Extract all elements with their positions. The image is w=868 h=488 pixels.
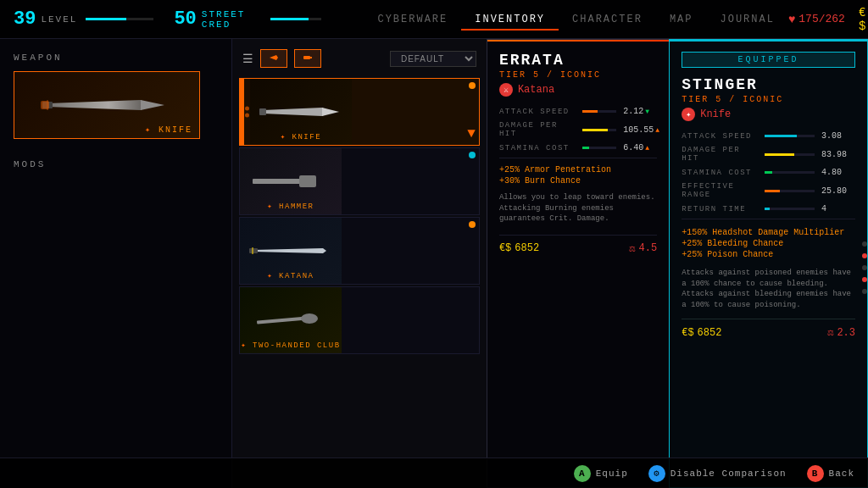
errata-type-tag: ⚔ Katana — [499, 83, 657, 97]
weight-icon: ⚖ — [629, 242, 635, 255]
club-thumb: TWO-HANDED CLUB — [240, 287, 342, 353]
dot1 — [245, 107, 249, 111]
s-range-fill — [765, 190, 780, 192]
tab-journal[interactable]: JOURNAL — [706, 10, 787, 29]
weight-value: 4.5 — [639, 242, 658, 254]
s-range-label: EFFECTIVE RANGE — [682, 182, 758, 199]
s-cost-value: 6852 — [698, 327, 722, 339]
cost-value: 6852 — [515, 242, 539, 254]
damage-fill — [582, 129, 608, 131]
level-number: 39 — [14, 8, 36, 30]
main-content: WEAPON KN — [0, 39, 868, 488]
errata-weight: ⚖ 4.5 — [629, 242, 657, 255]
disable-comparison-action[interactable]: ⚙ Disable Comparison — [648, 465, 787, 482]
stinger-type: ✦ Knife — [682, 108, 855, 121]
currency-symbol: €$ — [499, 242, 511, 254]
stinger-tier: TIER 5 / ICONIC — [682, 95, 855, 104]
center-panel: ☰ DEFAULT — [232, 39, 487, 488]
stinger-damage-row: DAMAGE PER HIT 83.98 — [682, 146, 855, 163]
hammer-thumb: HAMMER — [240, 148, 342, 214]
perk-armor: +25% Armor Penetration — [499, 165, 657, 175]
damage-value: 105.55 ▲ — [623, 125, 657, 135]
disable-comparison-label: Disable Comparison — [670, 469, 787, 479]
s-range-value: 25.80 — [821, 186, 855, 196]
knife-filter-icon — [268, 52, 280, 64]
health-value: 175/262 — [798, 13, 845, 25]
b-button: B — [807, 465, 824, 482]
katana-item-label: KATANA — [267, 271, 314, 280]
s-return-value: 4 — [821, 204, 855, 214]
svg-marker-5 — [270, 55, 278, 60]
tab-inventory[interactable]: INVENTORY — [461, 10, 559, 29]
equip-label: Equip — [596, 469, 628, 479]
item-dots — [245, 107, 249, 118]
s-stamina-bar — [765, 171, 815, 174]
katana-type-name: Katana — [518, 84, 554, 96]
s-range-bar — [765, 190, 815, 192]
filter-knife-btn[interactable] — [260, 49, 287, 68]
damage-bar — [582, 129, 616, 131]
money-icon: €$ — [859, 6, 865, 33]
cred-bar — [270, 18, 321, 20]
errata-tier: TIER 5 / ICONIC — [499, 70, 657, 80]
side-dot-1 — [862, 241, 867, 247]
s-weight-icon: ⚖ — [827, 326, 833, 339]
filter-gun-btn[interactable] — [294, 49, 321, 68]
list-item-hammer[interactable]: HAMMER — [239, 147, 480, 215]
errata-panel: ERRATA TIER 5 / ICONIC ⚔ Katana ATTACK S… — [487, 39, 669, 488]
knife-icon: ✦ — [682, 108, 695, 121]
svg-marker-8 — [263, 108, 331, 116]
svg-rect-10 — [259, 108, 266, 115]
cred-number: 50 — [174, 8, 196, 30]
damage-label: DAMAGE PER HIT — [499, 121, 576, 138]
filter-bar: ☰ DEFAULT — [239, 46, 480, 71]
tab-character[interactable]: CHARACTER — [559, 10, 656, 29]
club-item-label: TWO-HANDED CLUB — [241, 341, 340, 350]
stinger-stat-separator — [682, 219, 855, 219]
stinger-panel: EQUIPPED STINGER TIER 5 / ICONIC ✦ Knife… — [669, 39, 868, 488]
s-damage-fill — [765, 153, 794, 156]
svg-marker-9 — [322, 108, 339, 116]
club-list-svg — [248, 308, 333, 333]
stamina-bar — [582, 147, 616, 149]
nav-tabs: CYBERWARE INVENTORY CHARACTER MAP JOURNA… — [364, 10, 787, 29]
list-item-knife[interactable]: KNIFE ▼ — [239, 78, 480, 146]
s-attack-speed-bar — [765, 135, 815, 137]
stinger-return-row: RETURN TIME 4 — [682, 204, 855, 214]
katana-list-svg — [248, 238, 333, 263]
stinger-stamina-row: STAMINA COST 4.80 — [682, 168, 855, 177]
list-item-katana[interactable]: KATANA — [239, 217, 480, 285]
hammer-tier-indicator — [469, 152, 476, 158]
equip-action[interactable]: A Equip — [574, 465, 628, 482]
side-dot-3 — [862, 289, 867, 294]
svg-marker-13 — [253, 248, 326, 253]
side-dot-red-1 — [862, 253, 867, 258]
svg-point-17 — [301, 313, 318, 324]
hud-right: ♥ 175/262 €$ €$ 83705 — [788, 6, 868, 33]
tab-map[interactable]: MAP — [656, 10, 707, 29]
street-cred-display: 50 STREET CRED — [174, 8, 321, 30]
stinger-name: STINGER — [682, 76, 855, 93]
damage-arrow: ▲ — [655, 126, 659, 134]
side-decoration — [861, 78, 868, 458]
stamina-fill — [582, 147, 589, 149]
errata-description: Allows you to leap toward enemies. Attac… — [499, 192, 657, 225]
tab-cyberware[interactable]: CYBERWARE — [364, 10, 461, 29]
s-damage-bar — [765, 153, 815, 156]
stamina-value: 6.40 ▲ — [623, 143, 657, 152]
a-button: A — [574, 465, 591, 482]
sort-dropdown[interactable]: DEFAULT — [390, 51, 476, 67]
stinger-footer: €$ 6852 ⚖ 2.3 — [682, 319, 855, 339]
s-stamina-label: STAMINA COST — [682, 169, 758, 177]
equipped-weapon-slot[interactable]: KNIFE — [14, 71, 200, 139]
errata-name: ERRATA — [499, 52, 657, 69]
stamina-label: STAMINA COST — [499, 144, 576, 152]
stinger-cost: €$ 6852 — [682, 327, 721, 339]
s-perk-bleed: +25% Bleeding Chance — [682, 239, 855, 248]
stinger-range-row: EFFECTIVE RANGE 25.80 — [682, 182, 855, 199]
list-item-club[interactable]: TWO-HANDED CLUB — [239, 286, 480, 354]
back-action[interactable]: B Back — [807, 465, 854, 482]
bottom-bar: A Equip ⚙ Disable Comparison B Back — [0, 458, 868, 488]
level-label: LEVEL — [41, 14, 77, 25]
s-attack-speed-fill — [765, 135, 797, 137]
